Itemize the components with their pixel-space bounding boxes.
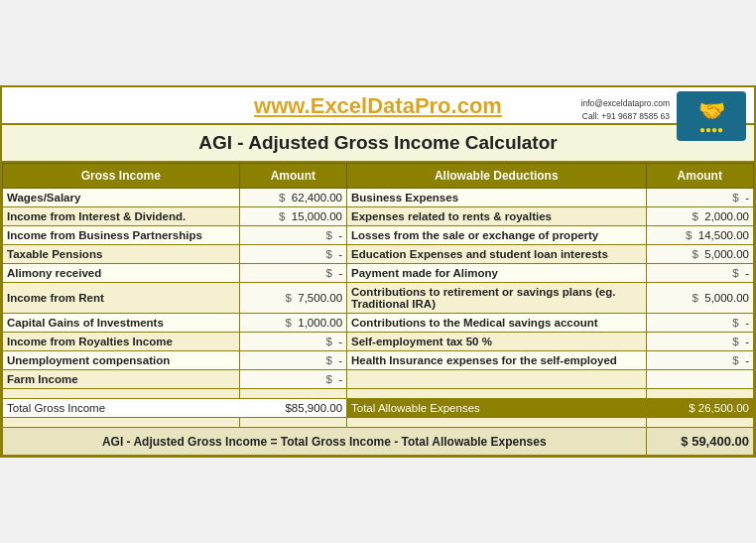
total-income-label: Total Gross Income$85,900.00	[3, 399, 347, 418]
income-amount: $ 1,000.00	[239, 314, 346, 333]
logo-icon: 🤝	[698, 98, 725, 124]
income-label: Income from Business Partnerships	[3, 226, 240, 245]
spacer-cell	[239, 418, 346, 428]
deduction-amount: $ -	[646, 264, 753, 283]
income-amount: $ -	[239, 351, 346, 370]
col-income-header: Gross Income	[3, 164, 240, 189]
phone: Call: +91 9687 8585 63	[582, 111, 670, 121]
income-label: Income from Royalties Income	[3, 333, 240, 351]
income-label: Income from Rent	[3, 283, 240, 314]
deduction-amount: $ 5,000.00	[646, 283, 753, 314]
main-title: AGI - Adjusted Gross Income Calculator	[2, 123, 754, 163]
deduction-label	[347, 370, 646, 389]
col-amount-header: Amount	[239, 164, 346, 189]
income-label: Farm Income	[3, 370, 240, 389]
income-amount: $ -	[239, 333, 346, 351]
income-amount: $ -	[239, 370, 346, 389]
deduction-amount	[646, 370, 753, 389]
deduction-label: Business Expenses	[347, 189, 646, 207]
agi-row: AGI - Adjusted Gross Income = Total Gros…	[3, 428, 754, 456]
total-row: Total Gross Income$85,900.00Total Allowa…	[3, 399, 754, 418]
spacer-cell	[239, 389, 346, 399]
income-label: Capital Gains of Investments	[3, 314, 240, 333]
contact-info: info@exceldatapro.com Call: +91 9687 858…	[581, 97, 670, 123]
deduction-label: Self-employment tax 50 %	[347, 333, 646, 351]
deduction-label: Payment made for Alimony	[347, 264, 646, 283]
income-label: Unemployment compensation	[3, 351, 240, 370]
deduction-amount: $ -	[646, 189, 753, 207]
income-amount: $ -	[239, 245, 346, 264]
deduction-amount: $ -	[646, 351, 753, 370]
total-deductions-amount: $ 26,500.00	[646, 399, 753, 418]
agi-value: $ 59,400.00	[646, 428, 753, 456]
income-amount: $ -	[239, 264, 346, 283]
total-deductions-label: Total Allowable Expenses	[347, 399, 646, 418]
col-amount2-header: Amount	[646, 164, 753, 189]
email: info@exceldatapro.com	[581, 98, 670, 108]
income-amount: $ 7,500.00	[239, 283, 346, 314]
income-amount: $ 15,000.00	[239, 207, 346, 226]
deduction-label: Health Insurance expenses for the self-e…	[347, 351, 646, 370]
income-label: Taxable Pensions	[3, 245, 240, 264]
logo-dots: ●●●●	[699, 124, 723, 135]
spacer-cell	[347, 389, 646, 399]
income-amount: $ -	[239, 226, 346, 245]
deduction-amount: $ 2,000.00	[646, 207, 753, 226]
deduction-label: Contributions to the Medical savings acc…	[347, 314, 646, 333]
deduction-amount: $ -	[646, 333, 753, 351]
income-label: Alimony received	[3, 264, 240, 283]
spacer-cell	[646, 418, 753, 428]
spacer-cell	[347, 418, 646, 428]
income-label: Wages/Salary	[3, 189, 240, 207]
spacer-cell	[646, 389, 753, 399]
deduction-amount: $ 14,500.00	[646, 226, 753, 245]
deduction-label: Losses from the sale or exchange of prop…	[347, 226, 646, 245]
col-deductions-header: Allowable Deductions	[347, 164, 646, 189]
logo: 🤝 ●●●●	[677, 91, 746, 141]
agi-label: AGI - Adjusted Gross Income = Total Gros…	[3, 428, 647, 456]
spacer-cell	[3, 389, 240, 399]
main-container: www.ExcelDataPro.com info@exceldatapro.c…	[0, 85, 756, 458]
deduction-label: Education Expenses and student loan inte…	[347, 245, 646, 264]
income-label: Income from Interest & Dividend.	[3, 207, 240, 226]
deduction-label: Expenses related to rents & royalties	[347, 207, 646, 226]
header: www.ExcelDataPro.com info@exceldatapro.c…	[2, 87, 754, 123]
deduction-amount: $ -	[646, 314, 753, 333]
deduction-amount: $ 5,000.00	[646, 245, 753, 264]
spacer-cell	[3, 418, 240, 428]
income-amount: $ 62,400.00	[239, 189, 346, 207]
deduction-label: Contributions to retirement or savings p…	[347, 283, 646, 314]
agi-table: Gross Income Amount Allowable Deductions…	[2, 163, 754, 456]
